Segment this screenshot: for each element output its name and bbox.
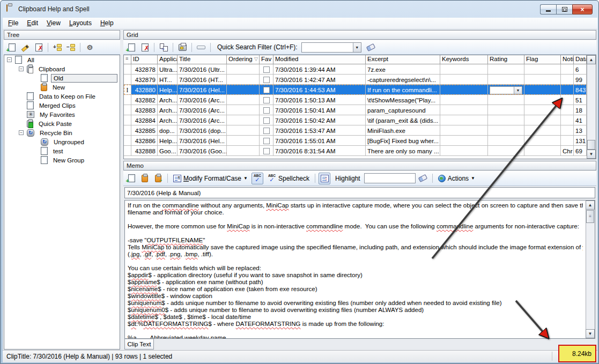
scroll-up-icon[interactable]: ▲ bbox=[587, 55, 596, 64]
cell-fav[interactable] bbox=[260, 136, 273, 146]
highlight-toggle[interactable]: ↕ bbox=[319, 173, 330, 184]
edit-group-button[interactable] bbox=[19, 41, 31, 53]
fav-checkbox[interactable] bbox=[263, 77, 270, 83]
expand-all-button[interactable]: + bbox=[51, 41, 63, 53]
cell-fav[interactable] bbox=[260, 125, 273, 136]
fav-checkbox[interactable] bbox=[263, 87, 270, 93]
grid-scrollbar[interactable]: ▲ ▼ bbox=[587, 55, 596, 159]
table-row-432886[interactable]: 432886Help...7/30/2016 (Hel...7/30/2016 … bbox=[124, 136, 596, 146]
clip-title-input[interactable] bbox=[124, 187, 595, 198]
fav-checkbox[interactable] bbox=[263, 66, 270, 73]
tree-item-new-group[interactable]: New Group bbox=[4, 155, 120, 165]
menu-item-view[interactable]: View bbox=[42, 18, 65, 29]
menu-item-layouts[interactable]: Layouts bbox=[65, 18, 96, 29]
search-dropdown-icon[interactable]: ▼ bbox=[353, 43, 361, 52]
column-header-rating[interactable]: Rating bbox=[488, 55, 524, 64]
column-header-id[interactable]: ID bbox=[131, 55, 158, 64]
menu-item-help[interactable]: Help bbox=[96, 18, 118, 29]
expander-icon[interactable]: − bbox=[19, 130, 24, 135]
scroll-up-icon[interactable]: ▲ bbox=[586, 200, 595, 210]
maximize-button[interactable] bbox=[556, 4, 572, 14]
cell-fav[interactable] bbox=[260, 64, 273, 75]
column-header-title[interactable]: Title bbox=[178, 55, 227, 64]
memo-new-button[interactable]: + bbox=[125, 173, 137, 184]
fav-checkbox[interactable] bbox=[263, 138, 270, 144]
tree-item-all[interactable]: −All bbox=[4, 55, 120, 64]
table-row-432884[interactable]: 432884Arch...7/30/2016 (Arc...7/30/2016 … bbox=[124, 115, 596, 125]
grid-scroll-thumb[interactable] bbox=[587, 140, 595, 150]
title-bar[interactable]: Clipboard Help and Spell × bbox=[1, 1, 598, 18]
column-header-modified[interactable]: Modified bbox=[273, 55, 366, 64]
fav-checkbox[interactable] bbox=[263, 117, 270, 124]
column-header-flag[interactable]: Flag bbox=[524, 55, 561, 64]
memo-paste-button[interactable]: → bbox=[152, 173, 164, 184]
table-row-432885[interactable]: 432885dop...7/30/2016 (dop...7/30/2016 1… bbox=[124, 125, 596, 136]
column-header-data[interactable]: Data bbox=[574, 55, 587, 64]
tree-item-merged-clips[interactable]: Merged Clips bbox=[4, 101, 120, 110]
delete-group-button[interactable]: ✗ bbox=[33, 41, 45, 53]
close-button[interactable]: × bbox=[572, 4, 593, 14]
memo-scroll-thumb[interactable]: ≡ bbox=[586, 210, 594, 223]
scroll-down-icon[interactable]: ▼ bbox=[586, 329, 595, 338]
memo-text[interactable]: If run on the commandline without any ar… bbox=[128, 202, 583, 338]
tree-item-my-favorites[interactable]: ✳My Favorites bbox=[4, 110, 120, 119]
column-header-app[interactable]: Applica bbox=[158, 55, 178, 64]
tree-item-new[interactable]: New bbox=[4, 83, 120, 92]
tab-clip-text[interactable]: Clip Text bbox=[124, 339, 154, 350]
collapse-all-button[interactable]: − bbox=[65, 41, 77, 53]
menu-item-edit[interactable]: Edit bbox=[23, 18, 42, 29]
actions-button[interactable]: Actions ▼ bbox=[436, 175, 477, 182]
new-group-button[interactable]: + bbox=[6, 41, 18, 53]
tree-item-ungrouped[interactable]: Ungrouped bbox=[4, 137, 120, 146]
rating-combobox[interactable]: ▼ bbox=[490, 86, 522, 94]
expander-icon[interactable]: − bbox=[7, 57, 12, 62]
fav-checkbox[interactable] bbox=[263, 128, 270, 134]
highlight-input[interactable] bbox=[364, 173, 416, 183]
menu-item-file[interactable]: File bbox=[4, 18, 23, 29]
cell-fav[interactable] bbox=[260, 95, 273, 105]
tree-options-button[interactable]: ⚙ bbox=[84, 41, 95, 53]
cell-fav[interactable] bbox=[260, 146, 273, 156]
table-row-432883[interactable]: 432883Arch...7/30/2016 (Arc...7/30/2016 … bbox=[124, 105, 596, 115]
quick-search-input[interactable]: ▼ bbox=[301, 42, 361, 53]
auto-spellcheck-toggle[interactable]: ABC✓ bbox=[252, 173, 263, 184]
cell-fav[interactable] bbox=[260, 85, 273, 95]
tree-item-clipboard[interactable]: −Clipboard bbox=[4, 64, 120, 73]
print-button[interactable] bbox=[176, 41, 188, 53]
column-header-ordering[interactable]: Ordering▽ bbox=[227, 55, 260, 64]
table-row-432878[interactable]: 432878Ultra...7/30/2016 (Ultr...7/30/201… bbox=[124, 64, 596, 75]
cell-fav[interactable] bbox=[260, 105, 273, 115]
modify-format-button[interactable]: ¶ Modify Format/Case ▼ bbox=[171, 174, 250, 183]
tree-item-old[interactable]: Old bbox=[4, 73, 120, 83]
clear-search-button[interactable] bbox=[365, 41, 377, 53]
table-row-432880[interactable]: I432880Help...7/30/2016 (Hel...7/30/2016… bbox=[124, 85, 596, 95]
memo-scrollbar[interactable]: ▲ ≡ ▼ bbox=[586, 200, 595, 338]
column-header-note[interactable]: Noti bbox=[561, 55, 574, 64]
fav-checkbox[interactable] bbox=[263, 148, 270, 154]
memo-body[interactable]: If run on the commandline without any ar… bbox=[124, 200, 595, 339]
fav-checkbox[interactable] bbox=[263, 107, 270, 114]
column-header-fav[interactable]: Fav bbox=[260, 55, 273, 64]
cell-fav[interactable] bbox=[260, 115, 273, 125]
clear-highlight-button[interactable] bbox=[417, 173, 429, 184]
quick-paste-bar-button[interactable] bbox=[195, 41, 207, 53]
scroll-down-icon[interactable]: ▼ bbox=[587, 150, 596, 159]
column-header-marker[interactable]: ≡ bbox=[124, 55, 131, 64]
column-header-excerpt[interactable]: Excerpt bbox=[366, 55, 440, 64]
fav-checkbox[interactable] bbox=[263, 97, 270, 103]
tree-item-recycle-bin[interactable]: −Recycle Bin bbox=[4, 128, 120, 137]
delete-clip-button[interactable]: ✗ bbox=[139, 41, 151, 53]
tree-item-data-to-keep-on-file[interactable]: Data to Keep on File bbox=[4, 92, 120, 101]
copy-to-group-button[interactable]: → bbox=[158, 41, 169, 53]
tree-item-quick-paste[interactable]: Quick Paste bbox=[4, 119, 120, 128]
quick-search-field[interactable] bbox=[302, 43, 353, 52]
table-row-432888[interactable]: 432888Goo...7/30/2016 (Goo...7/30/2016 8… bbox=[124, 146, 596, 156]
combo-dropdown-icon[interactable]: ▼ bbox=[514, 87, 522, 94]
table-row-432882[interactable]: 432882Arch...7/30/2016 (Arc...7/30/2016 … bbox=[124, 95, 596, 105]
memo-copy-button[interactable] bbox=[139, 173, 151, 184]
column-header-keywords[interactable]: Keywords bbox=[440, 55, 488, 64]
minimize-button[interactable] bbox=[540, 4, 556, 14]
new-clip-button[interactable]: + bbox=[125, 41, 137, 53]
cell-fav[interactable] bbox=[260, 75, 273, 85]
spellcheck-button[interactable]: ABC✓ Spellcheck bbox=[265, 174, 312, 183]
